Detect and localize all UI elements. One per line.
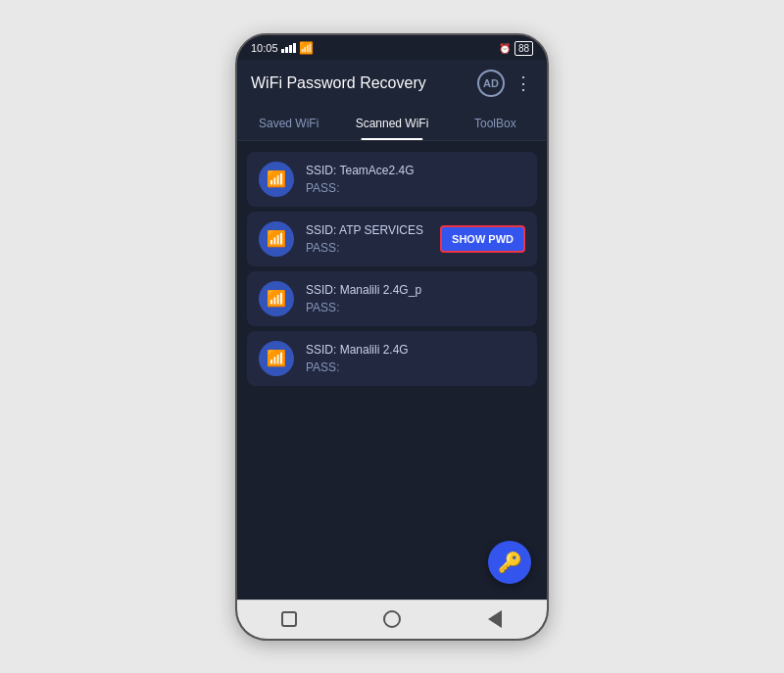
- top-bar: WiFi Password Recovery AD ⋮: [237, 60, 547, 107]
- signal-bars: [281, 43, 296, 53]
- ad-icon[interactable]: AD: [477, 70, 505, 97]
- signal-bar-4: [293, 43, 296, 53]
- nav-home-button[interactable]: [380, 607, 404, 631]
- bottom-nav: [237, 600, 547, 639]
- show-pwd-button[interactable]: SHOW PWD: [440, 225, 525, 253]
- wifi-pass-3: PASS:: [306, 359, 525, 376]
- wifi-item-1: 📶 SSID: ATP SERVICES PASS: SHOW PWD: [247, 212, 537, 266]
- wifi-status-icon: 📶: [299, 41, 314, 55]
- nav-back-button[interactable]: [483, 607, 507, 631]
- status-right: ⏰ 88: [499, 41, 533, 56]
- nav-recents-button[interactable]: [277, 607, 301, 631]
- wifi-ssid-2: SSID: Manalili 2.4G_p: [306, 281, 525, 299]
- menu-button[interactable]: ⋮: [514, 72, 533, 94]
- wifi-item-3: 📶 SSID: Manalili 2.4G PASS:: [247, 331, 537, 386]
- fab-button[interactable]: 🔑: [488, 541, 531, 584]
- wifi-info-2: SSID: Manalili 2.4G_p PASS:: [306, 281, 525, 316]
- tab-toolbox[interactable]: ToolBox: [444, 107, 547, 140]
- fab-key-icon: 🔑: [498, 551, 522, 574]
- wifi-ssid-1: SSID: ATP SERVICES: [306, 221, 428, 239]
- wifi-icon-circle-3: 📶: [259, 341, 294, 376]
- wifi-item-2: 📶 SSID: Manalili 2.4G_p PASS:: [247, 271, 537, 326]
- wifi-info-0: SSID: TeamAce2.4G PASS:: [306, 162, 525, 197]
- wifi-icon-0: 📶: [267, 169, 286, 188]
- recents-icon: [281, 611, 297, 627]
- app-title: WiFi Password Recovery: [251, 74, 426, 92]
- wifi-pass-1: PASS:: [306, 239, 428, 257]
- wifi-icon-3: 📶: [267, 349, 286, 367]
- tab-scanned-wifi[interactable]: Scanned WiFi: [340, 107, 443, 140]
- top-bar-icons: AD ⋮: [477, 70, 533, 97]
- wifi-icon-1: 📶: [267, 229, 286, 248]
- clock-icon: ⏰: [499, 43, 511, 54]
- wifi-pass-2: PASS:: [306, 299, 525, 316]
- wifi-icon-circle-1: 📶: [259, 221, 294, 257]
- signal-bar-1: [281, 49, 284, 53]
- tab-saved-wifi[interactable]: Saved WiFi: [237, 107, 340, 140]
- home-icon: [383, 610, 401, 628]
- signal-bar-3: [289, 45, 292, 53]
- wifi-info-1: SSID: ATP SERVICES PASS:: [306, 221, 428, 257]
- tabs: Saved WiFi Scanned WiFi ToolBox: [237, 107, 547, 141]
- wifi-icon-2: 📶: [267, 289, 286, 308]
- wifi-ssid-3: SSID: Manalili 2.4G: [306, 341, 525, 359]
- wifi-pass-0: PASS:: [306, 179, 525, 197]
- wifi-item-0: 📶 SSID: TeamAce2.4G PASS:: [247, 152, 537, 207]
- wifi-ssid-0: SSID: TeamAce2.4G: [306, 162, 525, 179]
- back-icon: [488, 610, 502, 628]
- wifi-icon-circle-0: 📶: [259, 162, 294, 197]
- phone-frame: 10:05 📶 ⏰ 88 WiFi Password Recovery AD ⋮…: [235, 33, 549, 641]
- status-bar: 10:05 📶 ⏰ 88: [237, 35, 547, 60]
- wifi-icon-circle-2: 📶: [259, 281, 294, 316]
- wifi-list-content: 📶 SSID: TeamAce2.4G PASS: 📶 SSID: ATP SE…: [237, 141, 547, 600]
- battery-icon: 88: [514, 41, 533, 56]
- status-left: 10:05 📶: [251, 41, 314, 55]
- signal-bar-2: [285, 47, 288, 53]
- wifi-info-3: SSID: Manalili 2.4G PASS:: [306, 341, 525, 376]
- status-time: 10:05: [251, 42, 278, 54]
